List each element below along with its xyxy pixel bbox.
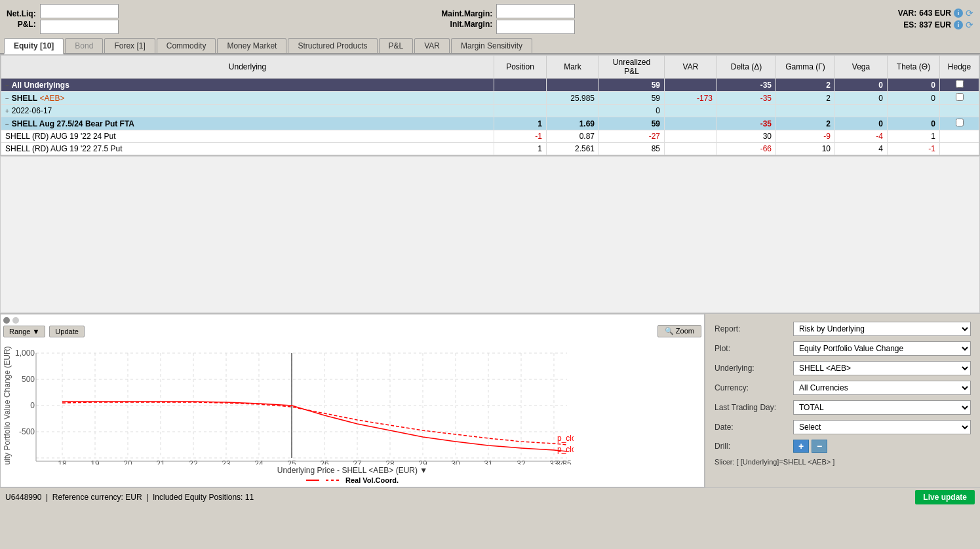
underlying-select-cell: SHELL <AEB> [791,358,973,378]
es-info-icon[interactable]: i [954,20,963,29]
maint-margin-input[interactable] [496,4,575,18]
tab-margin-sensitivity[interactable]: Margin Sensitivity [451,38,532,53]
date-row: Date: Select [712,417,973,437]
tab-money-market[interactable]: Money Market [217,38,286,53]
cell-gamma: 2 [776,92,835,105]
cell-delta: 30 [717,130,776,143]
svg-text:19: 19 [90,459,100,464]
report-select[interactable]: Risk by Underlying [793,322,971,336]
last-trading-label: Last Trading Day: [712,398,791,417]
cell-hedge[interactable] [940,117,979,130]
tab-var[interactable]: VAR [414,38,450,53]
included-positions: Included Equity Positions: 11 [153,493,254,502]
cell-vega: -4 [835,130,888,143]
netliq-section: Net.Liq: P&L: [7,4,119,34]
chart-label-dashed: p_close [557,434,574,443]
cell-delta [717,105,776,117]
tab-equity[interactable]: Equity [10] [4,38,64,54]
cell-underlying: +2022-06-17 [1,105,494,117]
zoom-button[interactable]: 🔍 Zoom [657,325,701,337]
tab-bond[interactable]: Bond [65,38,103,53]
tab-forex[interactable]: Forex [1] [104,38,155,53]
report-row: Report: Risk by Underlying [712,319,973,339]
legend-dashed-line [326,480,339,481]
cell-var [665,79,717,92]
var-info-icon[interactable]: i [954,9,963,18]
tab-bar: Equity [10] Bond Forex [1] Commodity Mon… [0,38,980,54]
tab-commodity[interactable]: Commodity [157,38,216,53]
underlying-label: Underlying: [712,358,791,378]
report-label: Report: [712,319,791,339]
range-button[interactable]: Range ▼ [3,326,45,337]
slicer-row: Slicer: [ [Underlying]=SHELL <AEB> ] [712,455,973,468]
currency-select[interactable]: All Currencies [793,381,971,395]
init-margin-input[interactable] [496,20,575,34]
drill-row: Drill: + − [712,437,973,455]
plot-label: Plot: [712,339,791,358]
date-select[interactable]: Select [793,420,971,434]
svg-text:23: 23 [222,459,231,464]
cell-gamma [776,105,835,117]
cell-underlying: SHELL (RD) AUG 19 '22 27.5 Put [1,143,494,155]
update-button[interactable]: Update [49,326,84,337]
svg-text:29: 29 [418,459,427,464]
pnl-input[interactable] [40,20,119,34]
expand-icon[interactable]: − [5,82,9,89]
cell-var [665,117,717,130]
last-trading-select[interactable]: TOTAL [793,400,971,415]
table-row: SHELL (RD) AUG 19 '22 27.5 Put 1 2.561 8… [1,143,979,155]
reference-currency: Reference currency: EUR [52,493,142,502]
drill-plus-button[interactable]: + [793,440,809,453]
drill-minus-button[interactable]: − [812,440,827,453]
cell-gamma: -9 [776,130,835,143]
hedge-checkbox[interactable] [956,80,964,88]
th-hedge: Hedge [940,56,979,79]
cell-position: 1 [494,143,547,155]
cell-delta: -35 [717,92,776,105]
tab-pnl[interactable]: P&L [379,38,414,53]
hedge-checkbox[interactable] [956,119,964,126]
plot-select-cell: Equity Portfolio Value Change [791,339,973,358]
chart-legend: Real Vol.Coord. [3,476,701,484]
netliq-input[interactable] [40,4,119,18]
cell-mark [547,105,599,117]
date-label: Date: [712,417,791,437]
currency-row: Currency: All Currencies [712,378,973,398]
expand-icon[interactable]: − [5,121,9,128]
live-update-button[interactable]: Live update [915,490,975,504]
cell-hedge[interactable] [940,79,979,92]
var-refresh-icon[interactable]: ⟳ [966,8,973,18]
table-row: SHELL (RD) AUG 19 '22 24 Put -1 0.87 -27… [1,130,979,143]
cell-mark: 0.87 [547,130,599,143]
underlying-select[interactable]: SHELL <AEB> [793,361,971,375]
expand-icon[interactable]: + [5,107,9,115]
hedge-checkbox[interactable] [956,93,964,101]
underlying-row: Underlying: SHELL <AEB> [712,358,973,378]
svg-text:1,000: 1,000 [15,349,35,358]
es-value: 837 EUR [919,20,951,29]
chart-label-solid: p_close [557,445,574,454]
cell-delta: -66 [717,143,776,155]
cell-hedge[interactable] [940,92,979,105]
cell-var [665,143,717,155]
th-delta: Delta (Δ) [717,56,776,79]
th-var: VAR [665,56,717,79]
cell-hedge [940,143,979,155]
chart-xlabel-text: Underlying Price - SHELL <AEB> (EUR) ▼ [277,466,428,475]
plot-select[interactable]: Equity Portfolio Value Change [793,341,971,356]
chart-line-dashed [62,402,567,445]
cell-vega: 0 [835,92,888,105]
cell-theta [888,105,940,117]
cell-underlying: SHELL (RD) AUG 19 '22 24 Put [1,130,494,143]
es-refresh-icon[interactable]: ⟳ [966,20,973,30]
cell-var [665,105,717,117]
cell-unrealized: 85 [599,143,665,155]
svg-text:35: 35 [562,459,572,464]
tab-structured-products[interactable]: Structured Products [288,38,377,53]
th-mark: Mark [547,56,599,79]
expand-icon[interactable]: − [5,95,9,102]
svg-text:30: 30 [451,459,460,464]
cell-theta: 1 [888,130,940,143]
th-unrealized-pnl: UnrealizedP&L [599,56,665,79]
pnl-label: P&L: [18,20,36,29]
